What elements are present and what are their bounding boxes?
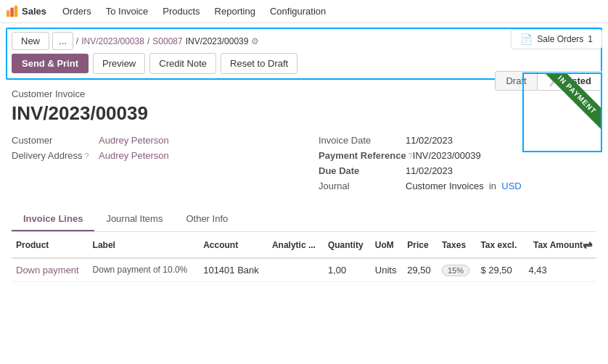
journal-value: Customer Invoices in USD — [406, 181, 522, 191]
nav-reporting[interactable]: Reporting — [208, 3, 263, 20]
in-payment-badge: IN PAYMENT — [522, 73, 602, 152]
breadcrumb-sep2: / — [147, 36, 149, 46]
tab-journal-items[interactable]: Journal Items — [94, 207, 174, 231]
payment-ref-value[interactable]: INV/2023/00039 — [413, 150, 481, 161]
col-tax-excl: Tax excl. — [476, 232, 524, 258]
payment-ref-label: Payment Reference ? — [319, 150, 413, 161]
invoice-date-label: Invoice Date — [319, 135, 406, 146]
breadcrumb-current: INV/2023/00039 ⚙ — [186, 36, 260, 46]
breadcrumb-link2[interactable]: S00087 — [152, 36, 182, 46]
sale-orders-icon: 📄 — [520, 33, 533, 45]
col-label: Label — [89, 232, 200, 258]
delivery-value[interactable]: Audrey Peterson — [99, 150, 169, 161]
due-date-label: Due Date — [319, 165, 406, 176]
preview-button[interactable]: Preview — [93, 53, 145, 74]
col-price: Price — [403, 232, 437, 258]
invoice-type: Customer Invoice — [12, 88, 596, 99]
col-quantity: Quantity — [324, 232, 371, 258]
due-date-value[interactable]: 11/02/2023 — [406, 165, 453, 176]
customer-label: Customer — [12, 135, 99, 146]
delivery-label: Delivery Address ? — [12, 150, 99, 161]
invoice-date-value[interactable]: 11/02/2023 — [406, 135, 453, 146]
fields-left: Customer Audrey Peterson Delivery Addres… — [12, 135, 289, 196]
cell-analytic[interactable] — [268, 258, 324, 282]
invoice-lines-table: Product Label Account Analytic ... Quant… — [12, 232, 596, 282]
nav-orders[interactable]: Orders — [55, 3, 99, 20]
col-account: Account — [199, 232, 268, 258]
nav-to-invoice[interactable]: To Invoice — [99, 3, 156, 20]
dots-button[interactable]: ... — [52, 32, 73, 50]
cell-product[interactable]: Down payment — [12, 258, 89, 282]
new-button[interactable]: New — [12, 32, 49, 50]
customer-value[interactable]: Audrey Peterson — [99, 135, 169, 146]
tax-badge[interactable]: 15% — [442, 265, 469, 276]
table-row: Down payment Down payment of 10.0% 10140… — [12, 258, 596, 282]
breadcrumb-current-label: INV/2023/00039 — [186, 36, 249, 46]
svg-rect-0 — [7, 10, 10, 17]
cell-tax-amount: 4,43 — [524, 258, 596, 282]
col-analytic: Analytic ... — [268, 232, 324, 258]
col-uom: UoM — [371, 232, 403, 258]
cell-quantity[interactable]: 1,00 — [324, 258, 371, 282]
fields-container: Customer Audrey Peterson Delivery Addres… — [12, 135, 596, 196]
cell-price[interactable]: 29,50 — [403, 258, 437, 282]
column-adjust-icon[interactable]: ⇌ — [583, 238, 592, 252]
tab-invoice-lines[interactable]: Invoice Lines — [12, 207, 94, 231]
cell-tax-excl: $ 29,50 — [476, 258, 524, 282]
customer-field: Customer Audrey Peterson — [12, 135, 289, 146]
sale-orders-button[interactable]: 📄 Sale Orders 1 — [511, 29, 602, 49]
breadcrumb-sep1: / — [76, 36, 78, 46]
sale-orders-label: Sale Orders — [537, 34, 583, 44]
cell-account[interactable]: 101401 Bank — [199, 258, 268, 282]
invoice-number: INV/2023/00039 — [12, 102, 596, 125]
tabs: Invoice Lines Journal Items Other Info — [12, 207, 596, 232]
delivery-field: Delivery Address ? Audrey Peterson — [12, 150, 289, 161]
main-content: Customer Invoice INV/2023/00039 IN PAYME… — [0, 80, 608, 291]
breadcrumb-link1[interactable]: INV/2023/00038 — [81, 36, 144, 46]
reset-draft-button[interactable]: Reset to Draft — [221, 53, 297, 74]
brand-name: Sales — [22, 6, 46, 17]
journal-field: Journal Customer Invoices in USD — [319, 181, 596, 191]
nav-configuration[interactable]: Configuration — [263, 3, 333, 20]
sale-orders-count: 1 — [588, 34, 593, 44]
delivery-help-icon[interactable]: ? — [85, 152, 89, 160]
col-tax-amount: Tax Amount ⇌ — [524, 232, 596, 258]
col-taxes: Taxes — [437, 232, 476, 258]
brand-logo[interactable]: Sales — [6, 5, 46, 18]
due-date-field: Due Date 11/02/2023 — [319, 165, 596, 176]
cell-taxes: 15% — [437, 258, 476, 282]
col-product: Product — [12, 232, 89, 258]
in-payment-ribbon: IN PAYMENT — [542, 73, 602, 130]
breadcrumb: New ... / INV/2023/00038 / S00087 INV/20… — [12, 32, 596, 53]
cell-label: Down payment of 10.0% — [89, 258, 200, 282]
cell-uom[interactable]: Units — [371, 258, 403, 282]
journal-label: Journal — [319, 181, 406, 191]
gear-icon[interactable]: ⚙ — [251, 36, 259, 46]
credit-note-button[interactable]: Credit Note — [149, 53, 216, 74]
svg-rect-2 — [15, 5, 18, 16]
top-nav: Orders To Invoice Products Reporting Con… — [55, 3, 333, 20]
svg-rect-1 — [10, 7, 13, 17]
nav-products[interactable]: Products — [155, 3, 207, 20]
tab-other-info[interactable]: Other Info — [174, 207, 239, 231]
send-print-button[interactable]: Send & Print — [12, 54, 89, 73]
